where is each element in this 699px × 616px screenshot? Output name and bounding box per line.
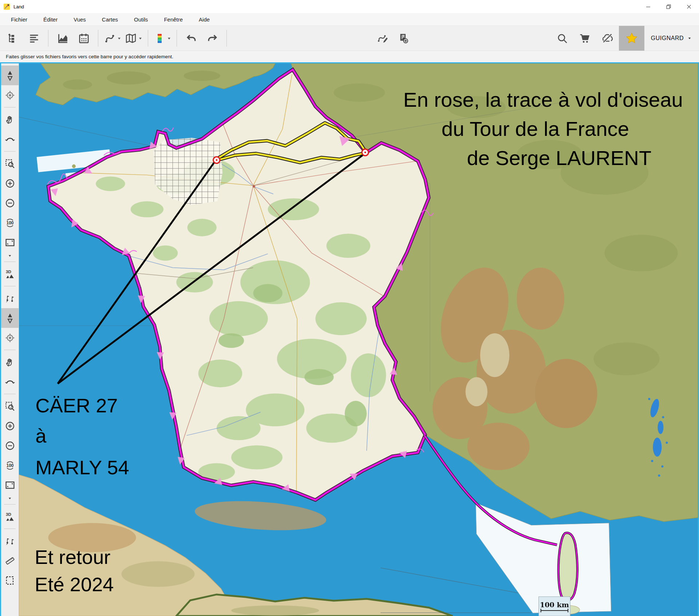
close-icon — [687, 4, 691, 9]
menu-fenetre[interactable]: Fenêtre — [156, 14, 191, 25]
minimize-icon — [646, 4, 651, 9]
graph-view-button[interactable] — [52, 28, 73, 48]
data-tree-button[interactable] — [2, 28, 23, 48]
fit-screen-button-2[interactable] — [1, 475, 19, 495]
map-icon — [125, 32, 137, 44]
view-3d-button-2[interactable] — [1, 507, 19, 526]
menu-fichier[interactable]: Fichier — [3, 14, 35, 25]
map-annotation-legend-line2: du Tour de la France — [442, 117, 629, 140]
close-button[interactable] — [679, 0, 699, 13]
center-gps-tool-2[interactable] — [1, 328, 19, 348]
separator — [98, 30, 98, 47]
minimize-button[interactable] — [638, 0, 658, 13]
zoom-options-caret[interactable] — [1, 252, 19, 259]
menu-vues[interactable]: Vues — [66, 14, 94, 25]
edit-track-button[interactable] — [372, 28, 393, 48]
separator — [4, 350, 16, 350]
map-annotation-route-link: à — [35, 425, 47, 447]
area-selection-tool[interactable] — [1, 570, 19, 590]
flags-icon — [5, 536, 15, 546]
zoom-options-caret-2[interactable] — [1, 495, 19, 502]
select-tool[interactable] — [1, 66, 19, 85]
zoom-in-button[interactable] — [1, 173, 19, 193]
toolbar-middle-group — [372, 26, 414, 51]
user-dropdown-caret-icon — [687, 36, 692, 40]
undo-icon — [185, 32, 197, 44]
gradient-icon — [154, 32, 166, 44]
land-app-window: Land FichierÉditerVuesCartesOutilsFenêtr… — [0, 0, 699, 616]
menu-cartes[interactable]: Cartes — [94, 14, 126, 25]
map-annotation-legend-line3: de Serge LAURENT — [467, 146, 652, 169]
favorites-hint-text: Faites glisser vos fichiers favoris vers… — [6, 54, 173, 59]
data-list-button[interactable] — [23, 28, 44, 48]
calendar-view-button[interactable] — [73, 28, 94, 48]
zoom-100-button[interactable] — [1, 213, 19, 232]
rotate-icon — [5, 377, 15, 387]
separator — [4, 107, 16, 107]
redo-button[interactable] — [202, 28, 223, 48]
restore-button[interactable] — [658, 0, 679, 13]
toolbar-left-group — [0, 26, 230, 51]
rotate-map-tool-2[interactable] — [1, 372, 19, 392]
zoom-out-button-2[interactable] — [1, 436, 19, 455]
user-name-label: GUIGNARD — [651, 35, 684, 42]
pan-tool[interactable] — [1, 110, 19, 129]
zoom-out-button[interactable] — [1, 193, 19, 213]
center-gps-tool[interactable] — [1, 85, 19, 105]
measure-tool[interactable] — [1, 551, 19, 570]
select-tool-2[interactable] — [1, 308, 19, 328]
map-canvas[interactable]: En rose, la trace à vol d'oiseau du Tour… — [19, 63, 698, 616]
user-account-button[interactable]: GUIGNARD — [644, 26, 699, 51]
target-icon — [5, 90, 15, 101]
favorites-bar[interactable]: Faites glisser vos fichiers favoris vers… — [0, 51, 699, 62]
zoom-100-button-2[interactable] — [1, 455, 19, 475]
list-icon — [28, 32, 40, 44]
separator — [4, 394, 16, 394]
ruler-icon — [5, 556, 15, 566]
dropdown-caret-icon — [167, 36, 171, 41]
map-scale-indicator: 100 km — [539, 597, 570, 616]
menu-editer[interactable]: Éditer — [35, 14, 66, 25]
create-waypoint-button[interactable] — [393, 28, 414, 48]
altitude-legend-button[interactable] — [152, 28, 173, 48]
dropdown-caret-icon — [117, 36, 122, 41]
store-cart-button[interactable] — [574, 28, 596, 48]
separator — [4, 504, 16, 505]
redo-icon — [206, 32, 218, 44]
track-playback-button[interactable] — [1, 289, 19, 308]
cloud-sync-off-button[interactable] — [596, 28, 619, 48]
pan-tool-2[interactable] — [1, 352, 19, 372]
fit-screen-button[interactable] — [1, 232, 19, 252]
tree-icon — [7, 32, 19, 44]
search-button[interactable] — [551, 28, 574, 48]
separator — [4, 529, 16, 529]
map-viewport[interactable]: En rose, la trace à vol d'oiseau du Tour… — [19, 63, 698, 616]
menu-bar: FichierÉditerVuesCartesOutilsFenêtreAide — [0, 13, 699, 25]
maps-button[interactable] — [123, 28, 144, 48]
menu-outils[interactable]: Outils — [126, 14, 156, 25]
toolbar-right-group: GUIGNARD — [551, 26, 699, 51]
map-annotation-route-end: MARLY 54 — [35, 457, 129, 479]
zoom-selection-tool-2[interactable] — [1, 396, 19, 416]
separator — [4, 151, 16, 152]
undo-button[interactable] — [181, 28, 202, 48]
menu-aide[interactable]: Aide — [191, 14, 218, 25]
view-3d-button[interactable] — [1, 264, 19, 284]
tracks-button[interactable] — [102, 28, 123, 48]
wptadd-icon — [398, 32, 410, 44]
zoomarea-icon — [5, 158, 15, 169]
track-playback-button-2[interactable] — [1, 531, 19, 551]
main-toolbar: GUIGNARD — [0, 25, 699, 51]
zoom100-icon — [5, 217, 15, 228]
separator — [226, 30, 227, 47]
compass-icon — [5, 313, 15, 323]
hand-icon — [5, 114, 15, 125]
map-annotation-note-line2: Eté 2024 — [35, 573, 114, 595]
land-app-icon — [4, 3, 11, 10]
zoom-in-button-2[interactable] — [1, 416, 19, 436]
favorites-star-button[interactable] — [619, 26, 644, 51]
zoom-selection-tool[interactable] — [1, 154, 19, 173]
window-controls — [638, 0, 699, 13]
restore-icon — [666, 4, 671, 9]
rotate-map-tool[interactable] — [1, 129, 19, 149]
